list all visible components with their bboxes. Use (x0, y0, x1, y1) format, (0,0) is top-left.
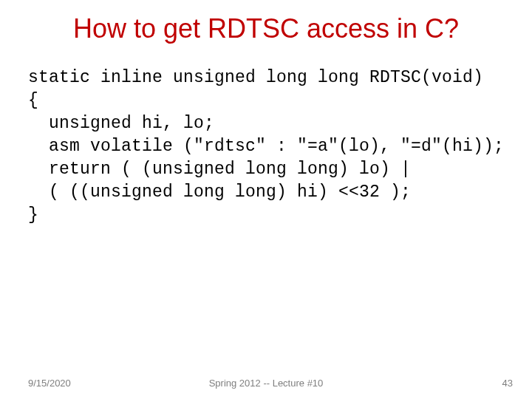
footer-center: Spring 2012 -- Lecture #10 (0, 378, 532, 389)
slide-title: How to get RDTSC access in C? (0, 0, 532, 52)
footer-pagenum: 43 (502, 378, 513, 389)
code-line: return ( (unsigned long long) lo) | (28, 160, 411, 179)
code-line: ( ((unsigned long long) hi) <<32 ); (28, 183, 411, 202)
code-line: { (28, 91, 38, 110)
code-line: } (28, 205, 38, 225)
code-line: static inline unsigned long long RDTSC(v… (28, 68, 483, 87)
slide: How to get RDTSC access in C? static inl… (0, 0, 532, 399)
code-line: asm volatile ("rdtsc" : "=a"(lo), "=d"(h… (28, 137, 504, 156)
code-line: unsigned hi, lo; (28, 114, 214, 133)
code-block: static inline unsigned long long RDTSC(v… (0, 52, 532, 227)
